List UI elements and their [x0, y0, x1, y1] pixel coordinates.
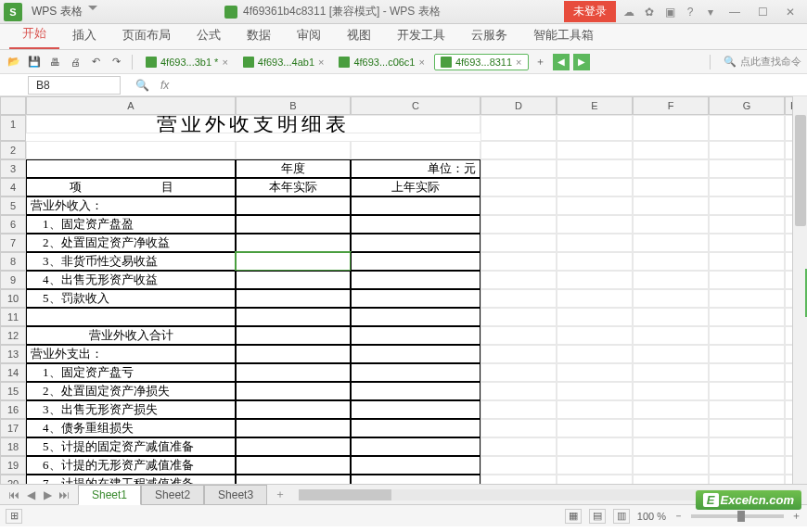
cell-C9[interactable] [351, 271, 480, 289]
col-header-A[interactable]: A [26, 96, 236, 115]
select-all-corner[interactable] [0, 96, 26, 115]
row-header-5[interactable]: 5 [0, 196, 26, 215]
cell-A5[interactable]: 营业外收入： [26, 196, 236, 215]
settings-icon[interactable]: ✿ [642, 5, 657, 19]
cell-A19[interactable]: 6、计提的无形资产减值准备 [26, 456, 236, 475]
sheet-tab-3[interactable]: Sheet3 [204, 485, 267, 505]
cell[interactable] [480, 400, 557, 419]
redo-icon[interactable]: ↷ [108, 54, 124, 70]
doc-tab-0[interactable]: 4f693...3b1 *× [140, 55, 234, 70]
formula-bar[interactable] [174, 83, 807, 87]
name-box[interactable]: B8 [28, 76, 121, 95]
login-button[interactable]: 未登录 [564, 1, 616, 22]
cell-C18[interactable] [351, 437, 480, 456]
cell-B13[interactable] [236, 345, 351, 363]
cell-C4[interactable]: 上年实际 [351, 178, 480, 196]
sheet-nav-last[interactable]: ⏭ [58, 488, 70, 501]
cell-A17[interactable]: 4、债务重组损失 [26, 419, 236, 437]
close-icon[interactable]: × [318, 57, 324, 68]
cell[interactable] [633, 475, 709, 484]
cell[interactable] [709, 363, 785, 382]
cell[interactable] [709, 115, 785, 141]
cell-B5[interactable] [236, 196, 351, 215]
add-sheet-button[interactable]: ＋ [267, 487, 293, 502]
cell-B19[interactable] [236, 456, 351, 475]
zoom-out-button[interactable]: － [673, 509, 684, 523]
row-header-7[interactable]: 7 [0, 234, 26, 252]
sheet-nav-next[interactable]: ▶ [41, 488, 54, 501]
save-icon[interactable]: 💾 [26, 54, 43, 70]
cell-A11[interactable] [26, 308, 236, 326]
minimize-button[interactable]: — [724, 3, 746, 21]
undo-icon[interactable]: ↶ [87, 54, 104, 70]
cell-A7[interactable]: 2、处置固定资产净收益 [26, 234, 236, 252]
col-header-G[interactable]: G [709, 96, 785, 115]
cell[interactable] [557, 178, 633, 196]
cell[interactable] [633, 456, 709, 475]
cell-A12[interactable]: 营业外收入合计 [26, 326, 236, 345]
cell[interactable] [633, 437, 709, 456]
cell[interactable] [709, 178, 785, 196]
cell[interactable] [633, 382, 709, 400]
sheet-nav-prev[interactable]: ◀ [24, 488, 37, 501]
cell[interactable] [709, 345, 785, 363]
cell-B7[interactable] [236, 234, 351, 252]
cell[interactable] [557, 234, 633, 252]
tab-nav-right[interactable]: ▶ [573, 54, 590, 70]
cell[interactable] [480, 419, 557, 437]
cell[interactable] [633, 400, 709, 419]
menu-formula[interactable]: 公式 [184, 21, 234, 49]
cell-C7[interactable] [351, 234, 480, 252]
cell-C11[interactable] [351, 308, 480, 326]
row-header-18[interactable]: 18 [0, 437, 26, 456]
cell-A4[interactable]: 项 目 [26, 178, 236, 196]
row-header-16[interactable]: 16 [0, 400, 26, 419]
cell-A16[interactable]: 3、出售无形资产损失 [26, 400, 236, 419]
row-header-14[interactable]: 14 [0, 363, 26, 382]
cell[interactable] [633, 363, 709, 382]
menu-data[interactable]: 数据 [234, 21, 284, 49]
cell-C6[interactable] [351, 215, 480, 234]
cell[interactable] [480, 363, 557, 382]
open-icon[interactable]: 📂 [6, 54, 22, 70]
col-header-C[interactable]: C [351, 96, 480, 115]
cell[interactable] [709, 437, 785, 456]
cell[interactable] [557, 196, 633, 215]
col-header-B[interactable]: B [236, 96, 351, 115]
cell[interactable] [480, 308, 557, 326]
cell-C20[interactable] [351, 475, 480, 484]
doc-tab-1[interactable]: 4f693...4ab1× [237, 55, 330, 70]
cell-A10[interactable]: 5、罚款收入 [26, 289, 236, 308]
cell[interactable] [351, 141, 480, 159]
row-header-20[interactable]: 20 [0, 475, 26, 484]
row-header-17[interactable]: 17 [0, 419, 26, 437]
cell-A9[interactable]: 4、出售无形资产收益 [26, 271, 236, 289]
cell-A6[interactable]: 1、固定资产盘盈 [26, 215, 236, 234]
cell-C13[interactable] [351, 345, 480, 363]
cell-A15[interactable]: 2、处置固定资产净损失 [26, 382, 236, 400]
cell[interactable] [709, 289, 785, 308]
row-header-10[interactable]: 10 [0, 289, 26, 308]
cell[interactable] [633, 141, 709, 159]
cell[interactable] [633, 159, 709, 178]
vertical-scrollbar[interactable] [792, 96, 807, 484]
cell-C12[interactable] [351, 326, 480, 345]
cell[interactable] [557, 271, 633, 289]
menu-review[interactable]: 审阅 [284, 21, 334, 49]
cell-B3[interactable]: 年度 [236, 159, 351, 178]
cell[interactable] [480, 475, 557, 484]
cell[interactable] [480, 382, 557, 400]
cell[interactable] [26, 141, 236, 159]
cell-A20[interactable]: 7、计提的在建工程减值准备 [26, 475, 236, 484]
caret-down-icon[interactable]: ▾ [703, 5, 718, 19]
cell[interactable] [709, 196, 785, 215]
col-header-D[interactable]: D [480, 96, 557, 115]
cell-A3[interactable] [26, 159, 236, 178]
row-header-11[interactable]: 11 [0, 308, 26, 326]
view-normal-icon[interactable]: ▦ [565, 509, 582, 524]
view-page-icon[interactable]: ▤ [589, 509, 606, 524]
cell[interactable] [709, 234, 785, 252]
row-header-13[interactable]: 13 [0, 345, 26, 363]
cell[interactable] [633, 326, 709, 345]
close-icon[interactable]: × [222, 57, 227, 68]
